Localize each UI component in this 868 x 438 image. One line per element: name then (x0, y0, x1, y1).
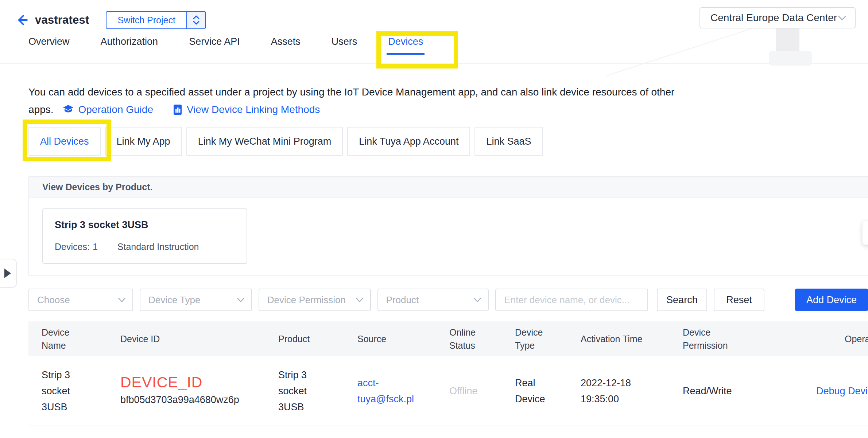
cell-product: Strip 3 socket 3USB (278, 367, 319, 415)
table-header-row: Device Name Device ID Product Source Onl… (28, 321, 868, 356)
subtab-link-saas[interactable]: Link SaaS (474, 127, 543, 156)
device-permission-placeholder: Device Permission (267, 294, 346, 306)
search-button[interactable]: Search (657, 289, 708, 311)
select-updown-icon (192, 15, 200, 26)
tab-devices[interactable]: Devices (388, 36, 423, 50)
devices-page: vastratest Switch Project Central Europe… (0, 0, 868, 438)
tab-assets[interactable]: Assets (271, 36, 301, 50)
col-device-type: Device Type (515, 321, 560, 356)
page-description: You can add devices to a specified asset… (28, 84, 868, 118)
guide-icon (62, 104, 74, 115)
back-button[interactable] (13, 12, 29, 28)
device-id-annotation: DEVICE_ID (120, 374, 272, 390)
col-online-status: Online Status (449, 321, 495, 356)
device-type-select[interactable]: Device Type (140, 289, 252, 311)
product-card[interactable]: Strip 3 socket 3USB Devices: 1 Standard … (42, 208, 247, 264)
subtab-link-my-app[interactable]: Link My App (105, 127, 182, 156)
chevron-down-icon (837, 15, 847, 21)
operation-guide-link[interactable]: Operation Guide (62, 101, 153, 118)
product-card-meta: Devices: 1 Standard Instruction (55, 242, 235, 252)
filter-toolbar: Choose Device Type Device Permission Pro… (28, 289, 868, 311)
subtab-link-tuya-app-account[interactable]: Link Tuya App Account (347, 127, 470, 156)
operation-guide-label: Operation Guide (78, 101, 153, 118)
device-source-subtabs: All Devices Link My App Link My WeChat M… (28, 127, 868, 156)
col-source: Source (357, 328, 449, 350)
cell-device-id: DEVICE_ID bfb05d3703a99a4680wz6p (120, 374, 278, 408)
tab-authorization[interactable]: Authorization (101, 36, 158, 50)
description-line2: apps. Operation Guide View Device Linkin… (28, 101, 868, 118)
subtab-link-wechat-mini-program[interactable]: Link My WeChat Mini Program (186, 127, 343, 156)
document-icon (173, 104, 182, 115)
product-instruction-label: Standard Instruction (117, 242, 199, 252)
device-permission-select[interactable]: Device Permission (259, 289, 371, 311)
switch-project-label: Switch Project (106, 12, 186, 28)
col-product: Product (278, 328, 357, 350)
header-decoration-shape-2 (769, 51, 812, 66)
switch-project-caret[interactable] (186, 12, 205, 28)
cell-device-type: Real Device (515, 375, 551, 407)
chevron-down-icon (118, 297, 126, 302)
header-top-row: vastratest Switch Project Central Europe… (0, 0, 868, 31)
col-device-permission: Device Permission (683, 321, 737, 356)
product-select[interactable]: Product (377, 289, 489, 311)
product-select-placeholder: Product (386, 294, 419, 306)
triangle-right-icon (4, 269, 11, 278)
carousel-next-button[interactable] (862, 221, 868, 245)
product-devices-count[interactable]: 1 (93, 242, 98, 252)
data-center-label: Central Europe Data Center (710, 12, 837, 24)
device-id-value: bfb05d3703a99a4680wz6p (120, 392, 272, 408)
device-type-placeholder: Device Type (148, 294, 201, 306)
tab-users[interactable]: Users (332, 36, 357, 50)
add-device-button[interactable]: Add Device (795, 289, 868, 311)
panel-header: View Devices by Product. (29, 177, 868, 198)
description-line2-prefix: apps. (28, 101, 54, 118)
cell-source-link[interactable]: acct-tuya@fsck.pl (357, 375, 429, 407)
reset-button[interactable]: Reset (714, 289, 764, 311)
arrow-left-icon (14, 13, 28, 27)
choose-select-placeholder: Choose (37, 294, 70, 306)
view-linking-methods-link[interactable]: View Device Linking Methods (173, 101, 320, 118)
col-device-id: Device ID (120, 328, 278, 350)
chevron-down-icon (473, 297, 481, 302)
tab-service-api[interactable]: Service API (189, 36, 240, 50)
col-operation: Operation (845, 328, 868, 350)
view-linking-methods-label: View Device Linking Methods (187, 101, 320, 118)
panel-body: Strip 3 socket 3USB Devices: 1 Standard … (29, 198, 868, 275)
data-center-select[interactable]: Central Europe Data Center (700, 7, 856, 28)
description-line1: You can add devices to a specified asset… (28, 84, 868, 101)
cell-online-status: Offline (449, 383, 515, 399)
choose-select[interactable]: Choose (28, 289, 133, 311)
cell-activation-time: 2022-12-18 19:35:00 (581, 375, 640, 407)
col-activation-time: Activation Time (581, 328, 683, 350)
debug-device-link[interactable]: Debug Device (816, 386, 868, 397)
panel-title: View Devices by Product. (42, 182, 152, 192)
view-devices-by-product-panel: View Devices by Product. Strip 3 socket … (28, 176, 868, 276)
tab-overview[interactable]: Overview (28, 36, 70, 50)
table-row: Strip 3 socket 3USB DEVICE_ID bfb05d3703… (28, 356, 868, 426)
cell-device-name: Strip 3 socket 3USB (42, 367, 82, 415)
devices-table: Device Name Device ID Product Source Onl… (0, 321, 868, 426)
switch-project-button[interactable]: Switch Project (106, 11, 206, 29)
project-title: vastratest (35, 13, 89, 27)
chevron-down-icon (237, 297, 245, 302)
product-card-title: Strip 3 socket 3USB (55, 219, 235, 231)
device-search-input[interactable] (495, 289, 648, 311)
page-header: vastratest Switch Project Central Europe… (0, 0, 868, 64)
chevron-down-icon (356, 297, 364, 302)
sidebar-expand-toggle[interactable] (0, 259, 17, 288)
product-devices-label: Devices: (55, 242, 90, 252)
subtab-all-devices[interactable]: All Devices (28, 127, 101, 156)
project-nav-tabs: Overview Authorization Service API Asset… (28, 31, 868, 55)
col-device-name: Device Name (42, 321, 87, 356)
